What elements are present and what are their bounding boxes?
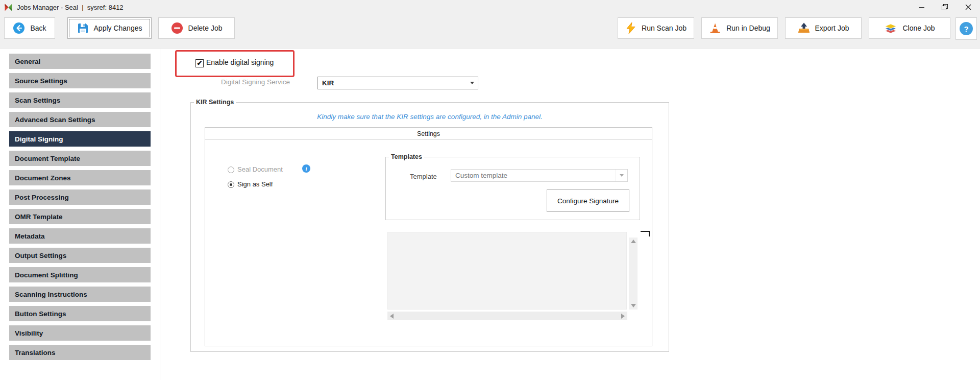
sidebar-item-document-splitting[interactable]: Document Splitting: [9, 267, 151, 282]
settings-panel-title: Settings: [205, 128, 652, 140]
template-dropdown[interactable]: Custom template: [451, 169, 628, 182]
enable-digital-signing-checkbox[interactable]: ✔: [195, 59, 204, 67]
digital-signing-service-value: KIR: [318, 79, 467, 87]
sidebar-item-omr-template[interactable]: OMR Template: [9, 209, 151, 224]
restore-button[interactable]: [933, 0, 957, 14]
sidebar-item-visibility[interactable]: Visibility: [9, 325, 151, 341]
sidebar-divider: [160, 49, 160, 380]
configure-signature-button[interactable]: Configure Signature: [547, 189, 629, 212]
sidebar: General Source Settings Scan Settings Ad…: [9, 54, 151, 364]
templates-group: Templates Template Custom template Confi…: [385, 157, 640, 220]
sign-as-self-label: Sign as Self: [237, 180, 273, 188]
clone-job-label: Clone Job: [902, 24, 935, 32]
back-button[interactable]: Back: [4, 17, 55, 39]
export-box-icon: [798, 22, 810, 34]
title-bar: Jobs Manager - Seal | sysref: 8412: [0, 0, 980, 14]
clone-job-button[interactable]: Clone Job: [869, 17, 950, 39]
run-scan-job-label: Run Scan Job: [642, 24, 687, 32]
seal-document-radio[interactable]: [228, 167, 234, 173]
scroll-left-icon[interactable]: [390, 314, 394, 319]
digital-signing-service-dropdown[interactable]: KIR: [317, 77, 478, 89]
sidebar-item-source-settings[interactable]: Source Settings: [9, 73, 151, 88]
sidebar-item-translations[interactable]: Translations: [9, 345, 151, 360]
resize-corner-mark: [641, 231, 650, 236]
apply-changes-button[interactable]: Apply Changes: [67, 17, 152, 39]
horizontal-scrollbar[interactable]: [387, 312, 627, 320]
sidebar-item-scanning-instructions[interactable]: Scanning Instructions: [9, 287, 151, 302]
template-value: Custom template: [451, 172, 616, 179]
templates-group-title: Templates: [389, 153, 424, 160]
seal-document-label: Seal Document: [237, 165, 283, 173]
app-logo-icon: [4, 3, 13, 12]
help-button[interactable]: ?: [955, 17, 977, 40]
window-controls: [910, 0, 980, 14]
lightning-icon: [625, 22, 636, 34]
vertical-scrollbar[interactable]: [629, 238, 638, 310]
run-scan-job-button[interactable]: Run Scan Job: [618, 17, 694, 39]
settings-panel: Settings Seal Document i Sign as Self Te…: [205, 127, 652, 346]
dropdown-arrow-icon: [616, 170, 627, 181]
back-icon: [13, 22, 25, 34]
help-icon: ?: [960, 22, 973, 35]
close-button[interactable]: [957, 0, 980, 14]
kir-settings-group: KIR Settings Kindly make sure that the K…: [190, 102, 669, 352]
delete-icon: [171, 22, 183, 34]
kir-settings-note: Kindly make sure that the KIR settings a…: [191, 113, 669, 121]
sidebar-item-scan-settings[interactable]: Scan Settings: [9, 92, 151, 108]
template-label: Template: [410, 173, 437, 180]
sidebar-item-general[interactable]: General: [9, 54, 151, 69]
export-job-button[interactable]: Export Job: [785, 17, 862, 39]
info-icon[interactable]: i: [302, 164, 310, 173]
sidebar-item-output-settings[interactable]: Output Settings: [9, 248, 151, 263]
enable-digital-signing-label: Enable digital signing: [206, 58, 274, 66]
sidebar-item-digital-signing[interactable]: Digital Signing: [9, 131, 151, 147]
sidebar-item-document-zones[interactable]: Document Zones: [9, 170, 151, 185]
preview-area[interactable]: [387, 232, 627, 310]
checkmark-icon: ✔: [197, 60, 203, 66]
scroll-down-icon[interactable]: [631, 304, 636, 307]
scroll-up-icon[interactable]: [631, 240, 636, 243]
sidebar-item-document-template[interactable]: Document Template: [9, 151, 151, 166]
apply-changes-label: Apply Changes: [94, 24, 142, 32]
back-label: Back: [30, 24, 46, 32]
scroll-right-icon[interactable]: [621, 314, 625, 319]
dropdown-arrow-icon: [467, 77, 478, 89]
window-title: Jobs Manager - Seal | sysref: 8412: [17, 4, 124, 11]
restore-icon: [942, 4, 948, 10]
close-icon: [965, 4, 971, 10]
toolbar: Back Apply Changes Delete Job Run Scan J…: [0, 14, 980, 49]
sidebar-item-post-processing[interactable]: Post Processing: [9, 189, 151, 205]
sidebar-item-metadata[interactable]: Metadata: [9, 228, 151, 244]
run-in-debug-label: Run in Debug: [726, 24, 770, 32]
digital-signing-service-label: Digital Signing Service: [205, 78, 290, 86]
run-in-debug-button[interactable]: Run in Debug: [701, 17, 778, 39]
sidebar-item-advanced-scan-settings[interactable]: Advanced Scan Settings: [9, 112, 151, 127]
delete-job-button[interactable]: Delete Job: [158, 17, 235, 39]
minimize-icon: [919, 7, 924, 8]
kir-settings-group-title: KIR Settings: [194, 99, 236, 106]
minimize-button[interactable]: [910, 0, 933, 14]
delete-job-label: Delete Job: [188, 24, 223, 32]
radio-dot: [230, 183, 232, 186]
export-job-label: Export Job: [815, 24, 849, 32]
layers-icon: [884, 21, 897, 35]
sidebar-item-button-settings[interactable]: Button Settings: [9, 306, 151, 321]
traffic-cone-icon: [709, 22, 721, 34]
sign-as-self-radio[interactable]: [228, 181, 234, 188]
save-icon: [77, 22, 89, 34]
